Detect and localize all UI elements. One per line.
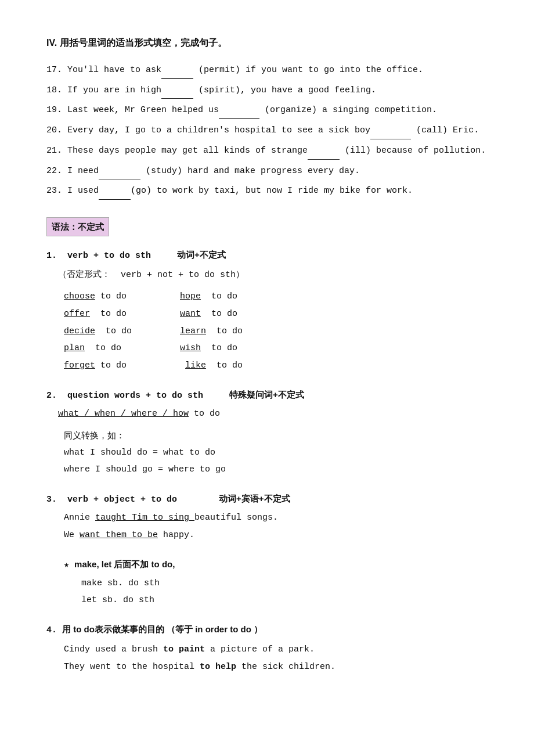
example4-2: They went to the hospital to help the si… (64, 659, 488, 675)
sentence-19: 19. Last week, Mr Green helped us (organ… (46, 102, 488, 119)
sentence-18: 18. If you are in high (spirit), you hav… (46, 82, 488, 99)
item3-examples: Annie taught Tim to sing beautiful songs… (46, 510, 488, 543)
verb-hope: hope to do (180, 289, 296, 305)
grammar-item-4: 4. 用 to do表示做某事的目的 （等于 in order to do ） … (46, 621, 488, 675)
verb-table: choose to do hope to do offer to do want… (46, 289, 488, 374)
verb-plan: plan to do (64, 340, 180, 357)
num-22: 22. (46, 166, 62, 176)
star-lines: make sb. do sth let sb. do sth (64, 575, 488, 609)
sentence-20: 20. Every day, I go to a children's hosp… (46, 123, 488, 139)
verb-wish: wish to do (180, 340, 296, 357)
verb-choose: choose to do (64, 289, 180, 305)
note-line1: 同义转换，如： (64, 427, 488, 444)
item4-title: 4. 用 to do表示做某事的目的 （等于 in order to do ） (46, 621, 488, 638)
fill-blank-heading: IV. 用括号里词的适当形式填空，完成句子。 (46, 35, 488, 52)
grammar-tag: 语法：不定式 (46, 217, 488, 247)
grammar-item-3: 3. verb + object + to do 动词+宾语+不定式 Annie… (46, 491, 488, 543)
verb-want: want to do (180, 306, 296, 322)
item3-title: 3. verb + object + to do 动词+宾语+不定式 (46, 491, 488, 507)
fill-blank-section: IV. 用括号里词的适当形式填空，完成句子。 17. You'll have t… (46, 35, 488, 200)
item4-examples: Cindy used a brush to paint a picture of… (46, 642, 488, 675)
verb-forget: forget to do (64, 358, 180, 374)
sentence-21: 21. These days people may get all kinds … (46, 143, 488, 160)
example4-1: Cindy used a brush to paint a picture of… (64, 642, 488, 658)
sentence-23: 23. I used (go) to work by taxi, but now… (46, 183, 488, 200)
num-19: 19. (46, 105, 62, 115)
sentence-22: 22. I need (study) hard and make progres… (46, 163, 488, 180)
item1-title: 1. verb + to do sth 动词+不定式 (46, 247, 488, 264)
note-line3: where I should go = where to go (64, 462, 488, 478)
item2-subtitle: what / when / where / how to do (46, 406, 488, 422)
star-line2: let sb. do sth (81, 592, 488, 609)
verb-offer: offer to do (64, 306, 180, 322)
star-title: ★ make, let 后面不加 to do, (64, 556, 488, 573)
example3-2: We want them to be happy. (64, 527, 488, 543)
num-21: 21. (46, 146, 62, 156)
grammar-item-1: 1. verb + to do sth 动词+不定式 （否定形式： verb +… (46, 247, 488, 374)
grammar-item-2: 2. question words + to do sth 特殊疑问词+不定式 … (46, 387, 488, 478)
sentence-17: 17. You'll have to ask (permit) if you w… (46, 62, 488, 79)
num-18: 18. (46, 85, 62, 95)
grammar-item-star: ★ make, let 后面不加 to do, make sb. do sth … (52, 556, 488, 609)
item2-title: 2. question words + to do sth 特殊疑问词+不定式 (46, 387, 488, 404)
star-line1: make sb. do sth (81, 575, 488, 592)
note-line2: what I should do = what to do (64, 445, 488, 461)
num-20: 20. (46, 125, 62, 135)
verb-learn: learn to do (180, 323, 296, 340)
item1-subtitle: （否定形式： verb + not + to do sth） (46, 266, 488, 283)
verb-decide: decide to do (64, 323, 180, 340)
num-23: 23. (46, 186, 62, 196)
num-17: 17. (46, 65, 62, 75)
verb-like: like to do (180, 358, 296, 374)
example3-1: Annie taught Tim to sing beautiful songs… (64, 510, 488, 526)
grammar-section: 语法：不定式 1. verb + to do sth 动词+不定式 （否定形式：… (46, 217, 488, 675)
item2-notes: 同义转换，如： what I should do = what to do wh… (46, 427, 488, 478)
